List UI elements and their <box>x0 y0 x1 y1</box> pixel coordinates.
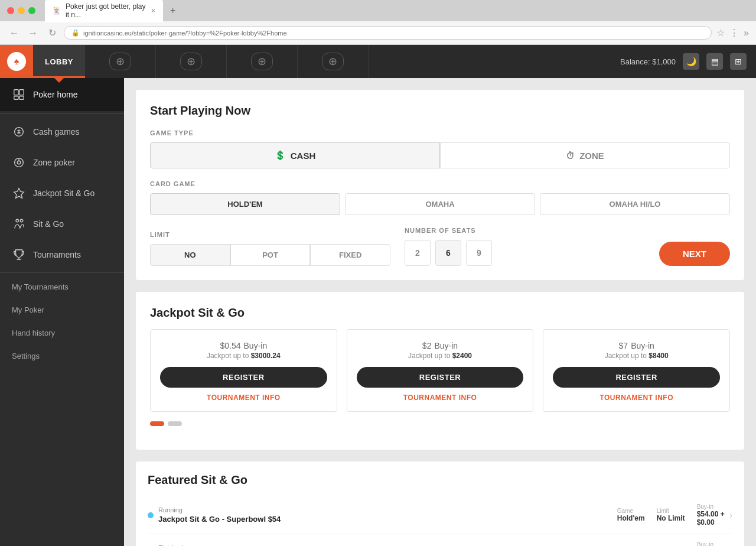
seats-group: NUMBER OF SEATS 2 6 9 <box>405 227 645 266</box>
cash-label: CASH <box>291 151 316 161</box>
jackpot-amount-2: $7 <box>619 341 628 350</box>
svg-point-13 <box>20 219 23 222</box>
tab-slot-2[interactable]: ⊕ <box>156 45 227 78</box>
browser-tab[interactable]: 🃏 Poker just got better, play it n... ✕ <box>45 0 163 22</box>
browser-nav: ← → ↻ 🔒 ignitioncasino.eu/static/poker-g… <box>0 21 756 45</box>
table-row[interactable]: Finished Jackpot Sit & Go - Superbowl $5… <box>148 534 732 546</box>
cash-icon: 💲 <box>275 150 286 161</box>
game-label-0: Game <box>617 508 633 514</box>
omaha-button[interactable]: OMAHA <box>345 193 535 215</box>
new-tab-button[interactable]: + <box>170 5 175 16</box>
header-right: Balance: $1,000 🌙 ▤ ⊞ <box>620 53 756 70</box>
pagination-dot-0[interactable] <box>150 421 164 426</box>
grid-icon[interactable]: ⊞ <box>730 53 747 70</box>
address-bar[interactable]: 🔒 ignitioncasino.eu/static/poker-game/?l… <box>64 26 712 40</box>
main-layout: Poker home Cash games <box>0 78 756 546</box>
lobby-label: LOBBY <box>45 57 73 66</box>
jackpot-card-2: $7 Buy-in Jackpot up to $8400 REGISTER T… <box>543 329 730 412</box>
tab-slot-3[interactable]: ⊕ <box>227 45 298 78</box>
register-button-0[interactable]: REGISTER <box>160 367 327 388</box>
zone-poker-label: Zone poker <box>33 158 75 167</box>
sit-go-icon <box>12 217 26 231</box>
my-poker-label: My Poker <box>12 306 44 314</box>
window-controls <box>7 7 35 14</box>
seat-2-button[interactable]: 2 <box>405 240 431 266</box>
limit-label: LIMIT <box>150 231 390 238</box>
buyin-value-0: $54.00 +$0.00 <box>697 510 725 526</box>
add-tab-icon-4: ⊕ <box>322 53 344 70</box>
layout-icon[interactable]: ▤ <box>706 53 723 70</box>
tournament-info-link-1[interactable]: TOURNAMENT INFO <box>357 394 524 402</box>
jackpot-upto-1: Jackpot up to $2400 <box>357 352 524 360</box>
tab-favicon: 🃏 <box>52 6 61 15</box>
moon-icon[interactable]: 🌙 <box>683 53 699 70</box>
featured-card: Featured Sit & Go Running Jackpot Sit & … <box>136 462 744 546</box>
maximize-window-button[interactable] <box>28 7 35 14</box>
zone-button[interactable]: ⏱ ZONE <box>440 142 730 168</box>
game-meta-0: Game Hold'em <box>617 508 645 522</box>
nav-extras: ☆ ⋮ » <box>716 27 749 38</box>
forward-button[interactable]: → <box>26 28 40 38</box>
fixed-limit-button[interactable]: FIXED <box>310 244 390 266</box>
jackpot-buyin-label-2: Buy-in <box>631 341 654 350</box>
zone-label: ZONE <box>579 151 604 161</box>
seat-6-button[interactable]: 6 <box>435 240 461 266</box>
tournament-info-link-2[interactable]: TOURNAMENT INFO <box>553 394 720 402</box>
more-icon[interactable]: ⋮ <box>729 27 739 38</box>
tournament-status-0: Running <box>158 506 617 514</box>
buyin-label-0: Buy-in <box>697 503 713 510</box>
add-tab-icon-3: ⊕ <box>251 53 273 70</box>
sidebar-sub-my-poker[interactable]: My Poker <box>0 298 124 321</box>
pot-limit-button[interactable]: POT <box>230 244 311 266</box>
no-limit-button[interactable]: NO <box>150 244 230 266</box>
my-tournaments-label: My Tournaments <box>12 282 69 291</box>
sidebar-sub-my-tournaments[interactable]: My Tournaments <box>0 275 124 298</box>
back-button[interactable]: ← <box>7 28 21 38</box>
pagination-dot-1[interactable] <box>168 421 182 426</box>
poker-home-icon <box>12 87 26 102</box>
jackpot-buyin-label-0: Buy-in <box>244 341 268 350</box>
next-button[interactable]: NEXT <box>659 242 730 266</box>
jackpot-title: Jackpot Sit & Go <box>150 306 730 320</box>
sidebar-item-sit-go[interactable]: Sit & Go <box>0 209 124 239</box>
tournament-info-link-0[interactable]: TOURNAMENT INFO <box>160 394 327 402</box>
cash-games-icon <box>12 125 26 139</box>
omaha-hilo-button[interactable]: OMAHA HI/LO <box>540 193 730 215</box>
tab-close-icon[interactable]: ✕ <box>151 7 156 15</box>
card-game-buttons: HOLD'EM OMAHA OMAHA HI/LO <box>150 193 730 215</box>
add-tab-icon-1: ⊕ <box>109 53 131 70</box>
close-window-button[interactable] <box>7 7 14 14</box>
star-icon[interactable]: ☆ <box>716 27 725 38</box>
sidebar-item-poker-home[interactable]: Poker home <box>0 78 124 111</box>
sit-go-label: Sit & Go <box>33 219 64 229</box>
sidebar-item-jackpot[interactable]: Jackpot Sit & Go <box>0 178 124 209</box>
row-arrow-0: › <box>729 510 732 521</box>
tab-title: Poker just got better, play it n... <box>66 2 146 19</box>
sidebar-sub-hand-history[interactable]: Hand history <box>0 321 124 344</box>
game-type-label: GAME TYPE <box>150 129 730 136</box>
sidebar-item-zone-poker[interactable]: Zone poker <box>0 147 124 178</box>
register-button-1[interactable]: REGISTER <box>357 367 524 388</box>
table-row[interactable]: Running Jackpot Sit & Go - Superbowl $54… <box>148 496 732 534</box>
reload-button[interactable]: ↻ <box>45 27 59 38</box>
extend-icon[interactable]: » <box>744 28 749 38</box>
tab-slot-4[interactable]: ⊕ <box>298 45 369 78</box>
tab-slot-1[interactable]: ⊕ <box>85 45 156 78</box>
seat-9-button[interactable]: 9 <box>466 240 492 266</box>
holdem-button[interactable]: HOLD'EM <box>150 193 340 215</box>
sidebar-item-tournaments[interactable]: Tournaments <box>0 239 124 270</box>
register-button-2[interactable]: REGISTER <box>553 367 720 388</box>
sidebar-item-cash-games[interactable]: Cash games <box>0 116 124 147</box>
minimize-window-button[interactable] <box>18 7 25 14</box>
lock-icon: 🔒 <box>71 29 80 37</box>
cash-button[interactable]: 💲 CASH <box>150 142 440 168</box>
url-text: ignitioncasino.eu/static/poker-game/?lob… <box>83 30 287 37</box>
lobby-indicator <box>54 78 64 83</box>
sidebar-sub-settings[interactable]: Settings <box>0 344 124 368</box>
svg-rect-0 <box>14 90 18 95</box>
logo-area[interactable]: ♠ <box>0 45 33 78</box>
lobby-tab[interactable]: LOBBY <box>33 45 85 78</box>
svg-point-9 <box>17 161 21 164</box>
jackpot-upto-amount-0: $3000.24 <box>251 352 281 360</box>
jackpot-buyin-1: $2 Buy-in <box>357 339 524 352</box>
